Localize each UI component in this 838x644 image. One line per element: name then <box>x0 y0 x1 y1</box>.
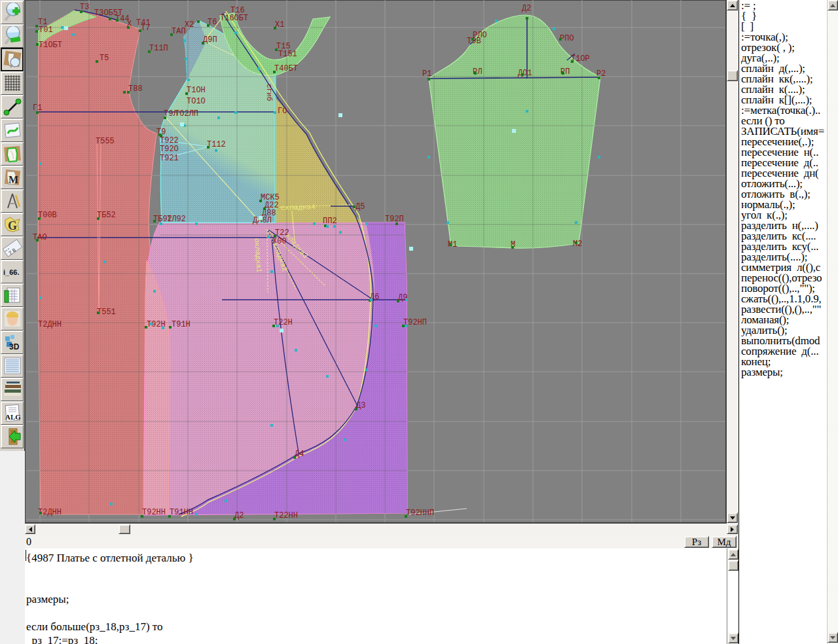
svg-text:Т2ДНН: Т2ДНН <box>38 320 62 329</box>
svg-text:Х1: Х1 <box>275 20 284 29</box>
svg-text:ТЛ92: ТЛ92 <box>167 215 186 224</box>
svg-text:Т91Н: Т91Н <box>172 320 191 329</box>
svg-text:ТАО: ТАО <box>33 233 47 242</box>
svg-text:Т1ОР: Т1ОР <box>571 54 590 63</box>
svg-text:Т40БТ: Т40БТ <box>274 64 298 73</box>
svg-text:Д4: Д4 <box>295 450 304 459</box>
svg-text:ТАП: ТАП <box>172 27 186 36</box>
svg-text:Т88: Т88 <box>128 84 143 94</box>
svg-text:Т01: Т01 <box>39 26 53 35</box>
svg-text:М2: М2 <box>573 240 582 249</box>
svg-text:Т22НН: Т22НН <box>274 511 298 520</box>
svg-text:Т555: Т555 <box>96 137 115 146</box>
svg-text:сгиб: сгиб <box>265 84 273 101</box>
svg-text:Д9П: Д9П <box>203 35 217 45</box>
svg-text:ГО: ГО <box>278 107 287 116</box>
svg-text:Г1: Г1 <box>33 103 42 113</box>
svg-text:Т92О: Т92О <box>160 145 179 154</box>
svg-text:Д2: Д2 <box>522 4 531 13</box>
svg-text:Т5: Т5 <box>100 54 109 63</box>
svg-text:ALG: ALG <box>5 413 21 421</box>
svg-text:Т151: Т151 <box>278 50 297 59</box>
svg-text:Т922: Т922 <box>160 136 179 145</box>
svg-text:Р1: Р1 <box>422 69 431 79</box>
svg-text:ТО2ЛП: ТО2ЛП <box>175 109 198 118</box>
svg-text:Т551: Т551 <box>97 308 116 317</box>
svg-text:Т11П: Т11П <box>149 44 168 53</box>
svg-text:Т91НН: Т91НН <box>170 508 193 517</box>
svg-text:складка4: складка4 <box>281 203 316 212</box>
svg-text:ТО1О: ТО1О <box>187 97 206 106</box>
svg-text:M: M <box>9 174 18 185</box>
svg-text:Т16ОБТ: Т16ОБТ <box>220 14 248 23</box>
svg-text:Х2: Х2 <box>185 20 194 29</box>
svg-text:Д3: Д3 <box>356 401 365 410</box>
svg-text:Т1ОБТ: Т1ОБТ <box>39 41 62 50</box>
svg-text:Т92П: Т92П <box>385 215 404 224</box>
svg-text:Т00В: Т00В <box>38 211 57 220</box>
svg-text:РПО: РПО <box>560 34 574 43</box>
svg-text:G: G <box>8 219 17 232</box>
svg-text:Т7: Т7 <box>141 24 150 33</box>
svg-text:i_66.: i_66. <box>3 268 19 276</box>
svg-text:ТБ52: ТБ52 <box>97 211 116 220</box>
svg-text:Т112: Т112 <box>207 140 226 149</box>
svg-text:Т92ННП: Т92ННП <box>406 509 434 518</box>
svg-text:Т92НН: Т92НН <box>142 508 166 517</box>
svg-text:3D: 3D <box>9 342 20 351</box>
svg-text:Д2: Д2 <box>234 511 244 520</box>
svg-text:ДО1: ДО1 <box>518 69 532 78</box>
svg-text:Т1ОН: Т1ОН <box>187 86 206 95</box>
svg-text:ПП2: ПП2 <box>323 217 337 226</box>
svg-text:Т3: Т3 <box>80 3 89 12</box>
svg-text:Т921: Т921 <box>160 154 179 163</box>
svg-text:Д5: Д5 <box>355 202 365 211</box>
